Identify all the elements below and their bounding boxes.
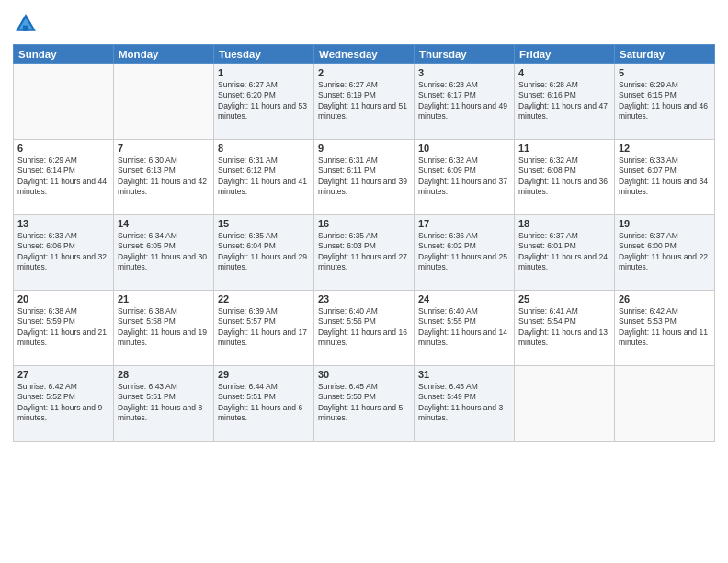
calendar-cell: 20Sunrise: 6:38 AM Sunset: 5:59 PM Dayli… [14,291,114,366]
day-info: Sunrise: 6:38 AM Sunset: 5:59 PM Dayligh… [17,306,109,349]
day-number: 31 [418,369,510,380]
calendar-cell: 11Sunrise: 6:32 AM Sunset: 6:08 PM Dayli… [515,140,615,215]
weekday-header-tuesday: Tuesday [214,45,314,64]
calendar-week-5: 27Sunrise: 6:42 AM Sunset: 5:52 PM Dayli… [14,366,715,442]
calendar-week-4: 20Sunrise: 6:38 AM Sunset: 5:59 PM Dayli… [14,291,715,366]
day-number: 26 [619,293,711,304]
calendar-cell: 25Sunrise: 6:41 AM Sunset: 5:54 PM Dayli… [515,291,615,366]
calendar-cell: 8Sunrise: 6:31 AM Sunset: 6:12 PM Daylig… [214,140,314,215]
weekday-header-friday: Friday [515,45,615,64]
day-info: Sunrise: 6:45 AM Sunset: 5:50 PM Dayligh… [318,382,410,424]
day-info: Sunrise: 6:40 AM Sunset: 5:56 PM Dayligh… [318,306,410,349]
calendar-cell: 29Sunrise: 6:44 AM Sunset: 5:51 PM Dayli… [214,366,314,442]
calendar-week-2: 6Sunrise: 6:29 AM Sunset: 6:14 PM Daylig… [14,140,715,215]
calendar-cell: 18Sunrise: 6:37 AM Sunset: 6:01 PM Dayli… [515,215,615,291]
calendar-cell [14,64,114,140]
day-info: Sunrise: 6:38 AM Sunset: 5:58 PM Dayligh… [118,306,210,349]
weekday-header-saturday: Saturday [615,45,715,64]
header [13,11,715,37]
calendar-cell: 4Sunrise: 6:28 AM Sunset: 6:16 PM Daylig… [515,64,615,140]
day-number: 1 [218,67,310,78]
day-number: 3 [418,67,510,78]
calendar-cell: 14Sunrise: 6:34 AM Sunset: 6:05 PM Dayli… [114,215,214,291]
calendar-table: SundayMondayTuesdayWednesdayThursdayFrid… [13,44,715,442]
day-info: Sunrise: 6:28 AM Sunset: 6:17 PM Dayligh… [418,80,510,122]
day-number: 14 [118,218,210,229]
day-info: Sunrise: 6:41 AM Sunset: 5:54 PM Dayligh… [518,306,610,349]
day-number: 29 [218,369,310,380]
day-info: Sunrise: 6:36 AM Sunset: 6:02 PM Dayligh… [418,231,510,273]
day-info: Sunrise: 6:27 AM Sunset: 6:20 PM Dayligh… [218,80,310,122]
calendar-cell: 21Sunrise: 6:38 AM Sunset: 5:58 PM Dayli… [114,291,214,366]
calendar-cell: 16Sunrise: 6:35 AM Sunset: 6:03 PM Dayli… [314,215,415,291]
weekday-header-monday: Monday [114,45,214,64]
day-number: 6 [17,143,109,154]
day-number: 25 [518,293,610,304]
day-number: 23 [318,293,410,304]
calendar-cell [515,366,615,442]
calendar-cell: 31Sunrise: 6:45 AM Sunset: 5:49 PM Dayli… [415,366,515,442]
day-info: Sunrise: 6:35 AM Sunset: 6:03 PM Dayligh… [318,231,410,273]
calendar-cell: 15Sunrise: 6:35 AM Sunset: 6:04 PM Dayli… [214,215,314,291]
day-number: 10 [418,143,510,154]
weekday-header-sunday: Sunday [14,45,114,64]
day-info: Sunrise: 6:43 AM Sunset: 5:51 PM Dayligh… [118,382,210,424]
calendar-cell: 30Sunrise: 6:45 AM Sunset: 5:50 PM Dayli… [314,366,415,442]
weekday-header-wednesday: Wednesday [314,45,415,64]
day-info: Sunrise: 6:37 AM Sunset: 6:00 PM Dayligh… [619,231,711,273]
day-info: Sunrise: 6:33 AM Sunset: 6:06 PM Dayligh… [17,231,109,273]
day-info: Sunrise: 6:42 AM Sunset: 5:52 PM Dayligh… [17,382,109,424]
logo-icon [13,11,39,37]
calendar-week-1: 1Sunrise: 6:27 AM Sunset: 6:20 PM Daylig… [14,64,715,140]
day-info: Sunrise: 6:37 AM Sunset: 6:01 PM Dayligh… [518,231,610,273]
day-info: Sunrise: 6:30 AM Sunset: 6:13 PM Dayligh… [118,155,210,198]
day-info: Sunrise: 6:31 AM Sunset: 6:11 PM Dayligh… [318,155,410,198]
day-info: Sunrise: 6:27 AM Sunset: 6:19 PM Dayligh… [318,80,410,122]
calendar-cell: 2Sunrise: 6:27 AM Sunset: 6:19 PM Daylig… [314,64,415,140]
day-number: 27 [17,369,109,380]
calendar-cell: 5Sunrise: 6:29 AM Sunset: 6:15 PM Daylig… [615,64,715,140]
day-number: 28 [118,369,210,380]
day-number: 9 [318,143,410,154]
calendar-cell: 9Sunrise: 6:31 AM Sunset: 6:11 PM Daylig… [314,140,415,215]
calendar-cell: 27Sunrise: 6:42 AM Sunset: 5:52 PM Dayli… [14,366,114,442]
calendar-cell: 28Sunrise: 6:43 AM Sunset: 5:51 PM Dayli… [114,366,214,442]
day-number: 20 [17,293,109,304]
calendar-cell: 26Sunrise: 6:42 AM Sunset: 5:53 PM Dayli… [615,291,715,366]
calendar-cell: 13Sunrise: 6:33 AM Sunset: 6:06 PM Dayli… [14,215,114,291]
day-info: Sunrise: 6:31 AM Sunset: 6:12 PM Dayligh… [218,155,310,198]
day-number: 17 [418,218,510,229]
day-info: Sunrise: 6:35 AM Sunset: 6:04 PM Dayligh… [218,231,310,273]
calendar-cell [615,366,715,442]
calendar-week-3: 13Sunrise: 6:33 AM Sunset: 6:06 PM Dayli… [14,215,715,291]
calendar-cell [114,64,214,140]
day-number: 7 [118,143,210,154]
day-number: 18 [518,218,610,229]
weekday-header-thursday: Thursday [415,45,515,64]
day-number: 4 [518,67,610,78]
day-info: Sunrise: 6:42 AM Sunset: 5:53 PM Dayligh… [619,306,711,349]
logo [13,11,42,37]
calendar-cell: 12Sunrise: 6:33 AM Sunset: 6:07 PM Dayli… [615,140,715,215]
day-number: 5 [619,67,711,78]
day-info: Sunrise: 6:44 AM Sunset: 5:51 PM Dayligh… [218,382,310,424]
day-number: 15 [218,218,310,229]
day-info: Sunrise: 6:39 AM Sunset: 5:57 PM Dayligh… [218,306,310,349]
day-info: Sunrise: 6:40 AM Sunset: 5:55 PM Dayligh… [418,306,510,349]
day-number: 8 [218,143,310,154]
day-number: 11 [518,143,610,154]
calendar-cell: 7Sunrise: 6:30 AM Sunset: 6:13 PM Daylig… [114,140,214,215]
day-number: 12 [619,143,711,154]
calendar-cell: 1Sunrise: 6:27 AM Sunset: 6:20 PM Daylig… [214,64,314,140]
day-info: Sunrise: 6:29 AM Sunset: 6:14 PM Dayligh… [17,155,109,198]
day-number: 19 [619,218,711,229]
calendar-cell: 22Sunrise: 6:39 AM Sunset: 5:57 PM Dayli… [214,291,314,366]
calendar-cell: 6Sunrise: 6:29 AM Sunset: 6:14 PM Daylig… [14,140,114,215]
day-number: 24 [418,293,510,304]
calendar-cell: 17Sunrise: 6:36 AM Sunset: 6:02 PM Dayli… [415,215,515,291]
day-info: Sunrise: 6:34 AM Sunset: 6:05 PM Dayligh… [118,231,210,273]
day-info: Sunrise: 6:32 AM Sunset: 6:09 PM Dayligh… [418,155,510,198]
day-number: 30 [318,369,410,380]
calendar-cell: 23Sunrise: 6:40 AM Sunset: 5:56 PM Dayli… [314,291,415,366]
calendar-cell: 19Sunrise: 6:37 AM Sunset: 6:00 PM Dayli… [615,215,715,291]
